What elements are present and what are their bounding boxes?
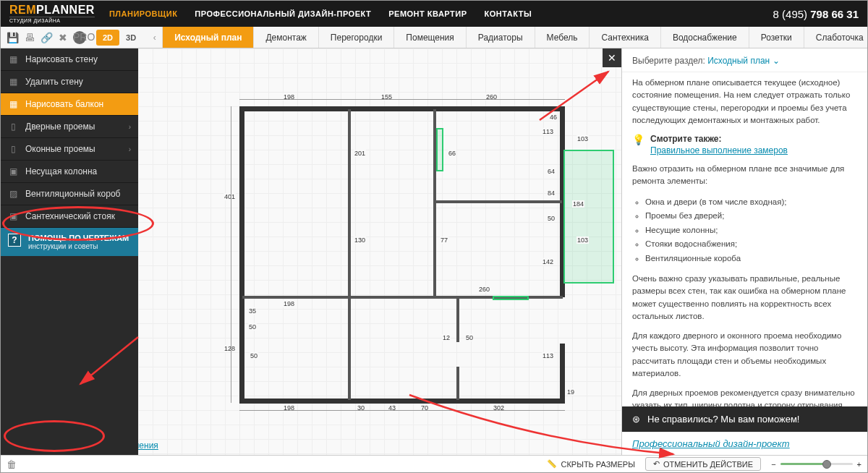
floorplan[interactable]: 198 155 260 401 128 66 113 46 103 184 64… [239,92,601,396]
floorplan-canvas[interactable]: 198 155 260 401 128 66 113 46 103 184 64… [138,48,621,455]
sidebar-label: Сантехнический стояк [25,211,115,221]
lightbulb-icon: 💡 [632,134,644,145]
column-icon: ▣ [8,166,18,176]
section-select-label: Выберите раздел: [632,56,705,66]
logo-text: REMPLANNER [9,4,95,16]
balcony-icon: ▦ [8,99,18,109]
tools-icon[interactable]: ✖ [59,32,67,43]
print-icon[interactable]: 🖶 [25,32,35,43]
help-title: ПОМОЩЬ ПО ЧЕРТЕЖАМ [28,234,129,242]
tab-radiators[interactable]: Радиаторы [467,27,535,48]
balcony-outline[interactable] [563,150,614,284]
tab-demolition[interactable]: Демонтаж [254,27,318,48]
chevron-down-icon: ⌄ [773,56,780,66]
view-2d-button[interactable]: 2D [96,30,119,46]
tool-icons: 💾 🖶 🔗 ✖ PRO [1,27,92,48]
hide-sizes-button[interactable]: 📏СКРЫТЬ РАЗМЕРЫ [547,459,634,469]
nav-repair[interactable]: РЕМОНТ КВАРТИР [388,9,467,18]
pro-design-link[interactable]: Профессиональный дизайн-проект [622,432,867,455]
help-bullet-list: Окна и двери (в том числе входная); Прое… [645,195,857,266]
help-text: Важно отразить на обмерном плане все зна… [632,163,857,188]
tab-sockets[interactable]: Розетки [749,27,804,48]
list-item: Несущие колонны; [645,223,857,238]
support-icon: ⊛ [632,414,640,425]
door-icon: ▯ [8,122,18,132]
help-link-measures[interactable]: Правильное выполнение замеров [650,145,788,155]
status-bar: 🗑 📏СКРЫТЬ РАЗМЕРЫ ↶ОТМЕНИТЬ ДЕЙСТВИЕ − + [1,455,867,472]
main-nav: ПЛАНИРОВЩИК ПРОФЕССИОНАЛЬНЫЙ ДИЗАЙН-ПРОЕ… [109,9,532,18]
sidebar-item-draw-balcony[interactable]: ▦Нарисовать балкон [1,93,138,116]
help-text: Очень важно сразу указывать правильные, … [632,273,857,323]
help-cta-button[interactable]: ⊛ Не справились? Мы вам поможем! [622,406,867,432]
logo-subtitle: СТУДИЯ ДИЗАЙНА [9,17,95,23]
pro-badge-icon[interactable]: PRO [73,31,86,44]
help-text: Для каждого дверного и оконного проема н… [632,330,857,380]
sidebar-label: Нарисовать стену [25,54,98,64]
sidebar-item-draw-wall[interactable]: ▦Нарисовать стену [1,48,138,71]
sidebar-label: Удалить стену [25,77,83,87]
zoom-thumb[interactable] [822,460,831,469]
zoom-in-icon[interactable]: + [857,460,861,469]
help-subtitle: инструкции и советы [28,242,129,250]
undo-icon: ↶ [653,459,660,469]
save-icon[interactable]: 💾 [7,32,19,43]
grid-icon: ▦ [8,54,18,64]
nav-planner[interactable]: ПЛАНИРОВЩИК [109,9,177,18]
tabs-scroll-left[interactable]: ‹ [147,27,163,48]
link-icon[interactable]: 🔗 [41,32,53,43]
main-area: ▦Нарисовать стену ▦Удалить стену ▦Нарисо… [1,48,867,455]
tab-initial-plan[interactable]: Исходный план [163,27,254,48]
help-drawings-button[interactable]: ? ПОМОЩЬ ПО ЧЕРТЕЖАМ инструкции и советы [1,228,138,256]
sidebar-item-vent[interactable]: ▨Вентиляционный короб [1,183,138,205]
undo-button[interactable]: ↶ОТМЕНИТЬ ДЕЙСТВИЕ [645,457,761,471]
tab-rooms[interactable]: Помещения [394,27,466,48]
logo[interactable]: REMPLANNER СТУДИЯ ДИЗАЙНА [9,4,95,23]
sidebar-item-pipe[interactable]: ▣Сантехнический стояк [1,205,138,228]
help-panel: ✕ Выберите раздел: Исходный план ⌄ На об… [621,48,867,455]
sidebar-label: Вентиляционный короб [25,189,120,199]
help-text: На обмерном плане описывается текущее (и… [632,77,857,127]
window-icon: ▯ [8,144,18,154]
zoom-out-icon[interactable]: − [771,460,775,469]
zoom-track[interactable] [780,463,853,465]
pipe-icon: ▣ [8,211,18,221]
see-also-title: Смотрите также: [650,134,788,144]
toolbar: 💾 🖶 🔗 ✖ PRO 2D 3D ‹ Исходный план Демонт… [1,27,867,48]
sidebar-item-doors[interactable]: ▯Дверные проемы› [1,116,138,138]
chevron-right-icon: › [129,123,131,131]
sidebar-item-windows[interactable]: ▯Оконные проемы› [1,138,138,161]
list-item: Вентиляционные короба [645,252,857,266]
help-panel-body[interactable]: На обмерном плане описывается текущее (и… [622,72,867,406]
phone-number: 8 (495) 798 66 31 [773,8,859,20]
left-sidebar: ▦Нарисовать стену ▦Удалить стену ▦Нарисо… [1,48,138,455]
chevron-right-icon: › [129,145,131,153]
section-select[interactable]: Исходный план ⌄ [707,56,779,66]
list-item: Окна и двери (в том числе входная); [645,195,857,210]
view-mode-switch: 2D 3D [96,27,142,48]
sidebar-item-delete-wall[interactable]: ▦Удалить стену [1,71,138,93]
trash-icon[interactable]: 🗑 [7,459,17,470]
list-item: Стояки водоснабжения; [645,237,857,252]
tab-plumbing[interactable]: Сантехника [590,27,660,48]
view-3d-button[interactable]: 3D [119,30,142,46]
see-also-block: 💡 Смотрите также: Правильное выполнение … [632,134,857,155]
help-text: Для дверных проемов рекомендуется сразу … [632,387,857,406]
sidebar-label: Нарисовать балкон [25,99,103,109]
sidebar-label: Оконные проемы [25,144,95,154]
tab-furniture[interactable]: Мебель [535,27,590,48]
tab-lowcurrent[interactable]: Слаботочка [804,27,867,48]
list-item: Проемы без дверей; [645,209,857,223]
plan-tabs: Исходный план Демонтаж Перегородки Помещ… [163,27,867,48]
zoom-slider[interactable]: − + [771,460,861,469]
nav-contacts[interactable]: КОНТАКТЫ [485,9,532,18]
sidebar-label: Несущая колонна [25,166,97,176]
help-panel-header: Выберите раздел: Исходный план ⌄ [622,48,867,72]
question-icon: ? [8,234,21,247]
nav-design[interactable]: ПРОФЕССИОНАЛЬНЫЙ ДИЗАЙН-ПРОЕКТ [195,9,371,18]
tab-partitions[interactable]: Перегородки [319,27,394,48]
sidebar-label: Дверные проемы [25,122,95,132]
erase-icon: ▦ [8,77,18,87]
vent-icon: ▨ [8,189,18,199]
tab-water[interactable]: Водоснабжение [661,27,749,48]
sidebar-item-column[interactable]: ▣Несущая колонна [1,161,138,183]
